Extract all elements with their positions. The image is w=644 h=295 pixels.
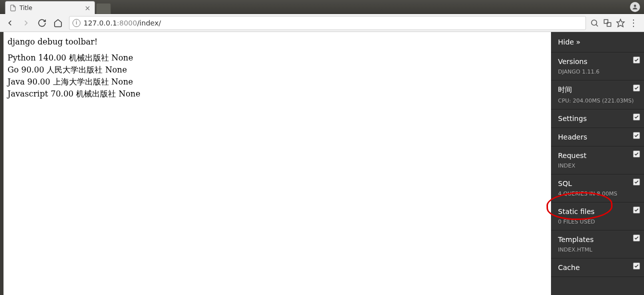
window-header: Title × [0, 0, 644, 14]
panel-title: Request [558, 152, 638, 160]
panel-checkbox[interactable] [633, 84, 640, 92]
content-area: django debug toolbar! Python 140.00 机械出版… [0, 32, 644, 295]
browser-toolbar: i 127.0.0.1:8000/index/ ⋮ [0, 14, 644, 32]
url-port: :8000 [117, 19, 137, 27]
page-heading: django debug toolbar! [8, 36, 547, 48]
svg-point-0 [634, 4, 636, 7]
panel-checkbox[interactable] [633, 234, 640, 242]
window-left-edge [0, 32, 4, 295]
toolbar-panel-request[interactable]: RequestINDEX [551, 146, 644, 174]
url-bar[interactable]: i 127.0.0.1:8000/index/ [69, 16, 586, 30]
new-tab-button[interactable] [96, 3, 111, 14]
panel-title: Templates [558, 236, 638, 244]
panel-subtitle: 4 QUERIES IN 8.00MS [558, 190, 638, 197]
svg-point-1 [592, 20, 597, 26]
data-row: Python 140.00 机械出版社 None [8, 52, 547, 64]
data-row: Java 90.00 上海大学出版社 None [8, 76, 547, 88]
site-info-icon[interactable]: i [72, 19, 80, 27]
hide-label: Hide » [558, 38, 580, 46]
url-path: /index/ [137, 19, 161, 27]
panel-checkbox[interactable] [633, 150, 640, 158]
panel-title: Static files [558, 208, 638, 216]
panel-subtitle: INDEX [558, 162, 638, 169]
data-row: Javascript 70.00 机械出版社 None [8, 88, 547, 100]
panel-checkbox[interactable] [633, 56, 640, 64]
panel-subtitle: INDEX.HTML [558, 246, 638, 253]
panel-title: Cache [558, 264, 638, 272]
panel-title: 时间 [558, 86, 638, 94]
menu-dots-icon[interactable]: ⋮ [629, 18, 638, 28]
toolbar-panel-cache[interactable]: Cache [551, 258, 644, 277]
page-content: django debug toolbar! Python 140.00 机械出版… [4, 32, 551, 295]
data-rows: Python 140.00 机械出版社 NoneGo 90.00 人民大学出版社… [8, 52, 547, 100]
panel-checkbox[interactable] [633, 178, 640, 186]
panel-title: Versions [558, 58, 638, 66]
debug-toolbar: Hide » VersionsDJANGO 1.11.6时间CPU: 204.0… [551, 32, 644, 295]
panel-subtitle: 0 FILES USED [558, 218, 638, 225]
toolbar-panel-settings[interactable]: Settings [551, 110, 644, 128]
bookmark-star-icon[interactable] [616, 18, 625, 28]
tab-row: Title × [5, 0, 111, 14]
forward-button[interactable] [19, 16, 33, 30]
panel-subtitle: DJANGO 1.11.6 [558, 68, 638, 75]
toolbar-right-icons: ⋮ [590, 18, 641, 28]
toolbar-panel-sql[interactable]: SQL4 QUERIES IN 8.00MS [551, 174, 644, 202]
toolbar-panel-static-files[interactable]: Static files0 FILES USED [551, 202, 644, 230]
panel-checkbox[interactable] [633, 262, 640, 270]
reload-button[interactable] [35, 16, 49, 30]
toolbar-panel-时间[interactable]: 时间CPU: 204.00MS (221.03MS) [551, 80, 644, 110]
panel-checkbox[interactable] [633, 132, 640, 139]
user-avatar-icon[interactable] [630, 2, 640, 12]
toolbar-panel-templates[interactable]: TemplatesINDEX.HTML [551, 230, 644, 258]
toolbar-panel-headers[interactable]: Headers [551, 128, 644, 146]
hide-toolbar-button[interactable]: Hide » [551, 32, 644, 52]
panel-subtitle: CPU: 204.00MS (221.03MS) [558, 98, 638, 104]
panel-checkbox[interactable] [633, 114, 640, 120]
panel-title: SQL [558, 180, 638, 188]
url-host: 127.0.0.1 [84, 19, 117, 27]
tab-title: Title [20, 4, 32, 12]
svg-line-2 [596, 24, 598, 26]
panel-checkbox[interactable] [633, 206, 640, 214]
browser-tab[interactable]: Title × [5, 1, 95, 14]
panel-title: Headers [558, 133, 638, 141]
panel-title: Settings [558, 114, 638, 122]
toolbar-panel-versions[interactable]: VersionsDJANGO 1.11.6 [551, 52, 644, 80]
document-icon [10, 4, 16, 12]
zoom-icon[interactable] [590, 18, 599, 28]
svg-marker-5 [617, 19, 624, 26]
data-row: Go 90.00 人民大学出版社 None [8, 64, 547, 76]
back-button[interactable] [3, 16, 17, 30]
translate-icon[interactable] [603, 18, 612, 28]
close-tab-icon[interactable]: × [84, 4, 90, 12]
home-button[interactable] [51, 16, 65, 30]
